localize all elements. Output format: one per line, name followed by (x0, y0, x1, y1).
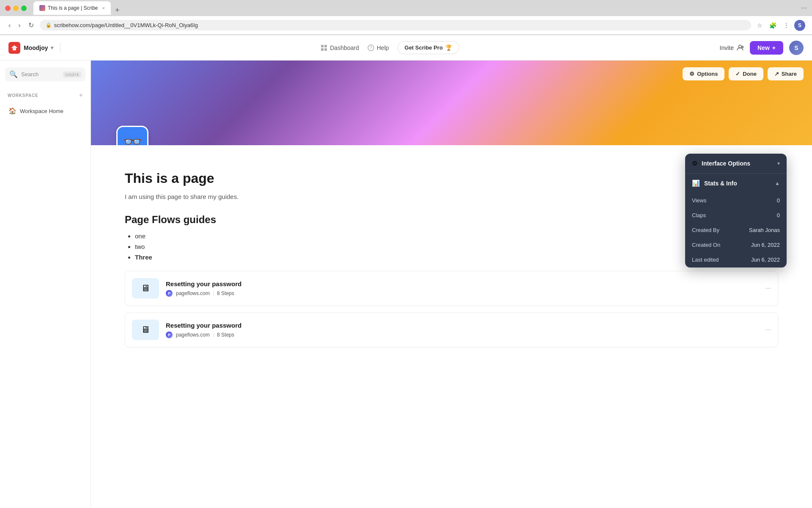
created-on-label: Created On (692, 242, 720, 248)
home-icon: 🏠 (8, 107, 16, 115)
last-edited-label: Last edited (692, 257, 719, 263)
pro-trophy-icon: 🏆 (445, 44, 452, 51)
hero-actions: ⚙ Options ✓ Done ↗ Share (683, 67, 804, 80)
page-description: I am using this page to share my guides. (125, 193, 778, 200)
extension-btn[interactable]: 🧩 (768, 20, 778, 30)
svg-rect-1 (324, 45, 327, 47)
stats-chevron-icon: ▲ (775, 180, 780, 186)
search-placeholder: Search (21, 71, 60, 77)
browser-titlebar: This is a page | Scribe × + ⋯ (0, 0, 812, 16)
dashboard-link[interactable]: Dashboard (321, 44, 359, 51)
list-item: Three (135, 254, 778, 261)
stats-title: Stats & Info (704, 180, 737, 187)
svg-rect-3 (324, 48, 327, 51)
done-btn[interactable]: ✓ Done (729, 67, 763, 80)
close-dot[interactable] (5, 6, 11, 11)
created-by-row: Created By Sarah Jonas (685, 223, 787, 237)
stats-left: 📊 Stats & Info (692, 179, 737, 187)
help-link[interactable]: ? Help (368, 44, 389, 51)
page-title: This is a page (125, 171, 778, 186)
sidebar-item-workspace-home[interactable]: 🏠 Workspace Home (5, 104, 85, 118)
help-label: Help (377, 44, 389, 51)
created-on-value: Jun 6, 2022 (751, 242, 780, 248)
minimize-dot[interactable] (13, 6, 19, 11)
source-icon: P (166, 331, 173, 338)
menu-btn[interactable]: ⋮ (782, 20, 791, 30)
content-area: ⚙ Options ✓ Done ↗ Share 👓 (91, 61, 812, 508)
dashboard-label: Dashboard (330, 44, 359, 51)
views-value: 0 (777, 197, 780, 204)
views-label: Views (692, 197, 706, 204)
share-label: Share (782, 71, 797, 77)
active-tab[interactable]: This is a page | Scribe × (33, 1, 111, 15)
nav-center: Dashboard ? Help Get Scribe Pro 🏆 (67, 41, 713, 54)
new-plus-icon: + (772, 44, 776, 51)
address-bar[interactable]: 🔒 scribehow.com/page/Untitled__0V1MWLk-Q… (40, 20, 751, 30)
guide-meta: P pageflows.com 8 Steps (166, 331, 771, 338)
options-panel: ⚙ Interface Options ▾ 📊 Stats & Info ▲ (685, 154, 787, 268)
app-navbar: Moodjoy ▾ Dashboard ? Help Get Scribe Pr… (0, 35, 812, 61)
stats-section: 📊 Stats & Info ▲ Views 0 Claps 0 (685, 174, 787, 268)
meta-divider (213, 332, 214, 337)
browser-chrome: This is a page | Scribe × + ⋯ ‹ › ↻ 🔒 sc… (0, 0, 812, 35)
guide-source: pageflows.com (176, 332, 210, 338)
guide-thumbnail: 🖥 (132, 320, 159, 340)
forward-btn[interactable]: › (16, 20, 22, 31)
maximize-dot[interactable] (21, 6, 27, 11)
bookmark-btn[interactable]: ☆ (755, 20, 764, 30)
get-pro-btn[interactable]: Get Scribe Pro 🏆 (398, 41, 459, 54)
guide-more-btn[interactable]: ··· (765, 284, 771, 292)
interface-options-title: Interface Options (702, 160, 750, 167)
source-icon: P (166, 290, 173, 297)
guide-card: 🖥 Resetting your password P pageflows.co… (125, 271, 778, 306)
invite-btn[interactable]: Invite (720, 44, 744, 52)
stats-section-header[interactable]: 📊 Stats & Info ▲ (685, 174, 787, 193)
created-on-row: Created On Jun 6, 2022 (685, 237, 787, 252)
section-heading: Page Flows guides (125, 214, 778, 226)
hero-banner: ⚙ Options ✓ Done ↗ Share 👓 (91, 61, 812, 145)
interface-options-section: ⚙ Interface Options ▾ (685, 154, 787, 174)
browser-addressbar: ‹ › ↻ 🔒 scribehow.com/page/Untitled__0V1… (0, 16, 812, 35)
search-shortcut: cmd+k (63, 72, 81, 77)
views-row: Views 0 (685, 193, 787, 208)
nav-divider (60, 43, 60, 53)
workspace-home-label: Workspace Home (20, 108, 63, 114)
claps-value: 0 (777, 212, 780, 218)
chart-icon: 📊 (692, 179, 700, 187)
workspace-add-btn[interactable]: + (79, 91, 83, 99)
list-item: two (135, 243, 778, 250)
interface-options-header[interactable]: ⚙ Interface Options ▾ (685, 154, 787, 173)
claps-row: Claps 0 (685, 208, 787, 223)
tab-close-btn[interactable]: × (102, 6, 105, 11)
svg-rect-2 (321, 48, 324, 51)
new-tab-btn[interactable]: + (112, 6, 123, 15)
brand-logo: Moodjoy ▾ (8, 42, 53, 54)
user-avatar[interactable]: S (789, 41, 804, 55)
guide-title: Resetting your password (166, 322, 771, 329)
check-icon: ✓ (735, 71, 740, 77)
guide-more-btn[interactable]: ··· (765, 326, 771, 334)
search-box[interactable]: 🔍 Search cmd+k (5, 67, 85, 81)
options-btn[interactable]: ⚙ Options (683, 67, 724, 80)
svg-text:?: ? (370, 46, 372, 50)
workspace-selector[interactable]: Moodjoy ▾ (24, 44, 53, 51)
back-btn[interactable]: ‹ (7, 20, 12, 31)
created-by-value: Sarah Jonas (749, 227, 780, 233)
interface-chevron-icon: ▾ (777, 160, 780, 166)
refresh-btn[interactable]: ↻ (27, 19, 36, 31)
app-wrapper: Moodjoy ▾ Dashboard ? Help Get Scribe Pr… (0, 35, 812, 508)
guide-steps: 8 Steps (217, 290, 234, 296)
share-btn[interactable]: ↗ Share (768, 67, 804, 80)
browser-tabs: This is a page | Scribe × + (33, 1, 123, 15)
browser-profile[interactable]: S (794, 20, 805, 31)
bullet-list: one two Three (135, 232, 778, 261)
get-pro-label: Get Scribe Pro (405, 44, 443, 51)
tab-favicon (39, 5, 45, 11)
sliders-icon: ⚙ (692, 160, 697, 167)
created-by-label: Created By (692, 227, 719, 233)
new-btn[interactable]: New + (750, 41, 783, 55)
svg-rect-0 (321, 45, 324, 47)
brand-icon (8, 42, 20, 54)
workspace-name: Moodjoy (24, 44, 48, 51)
options-label: Options (697, 71, 718, 77)
